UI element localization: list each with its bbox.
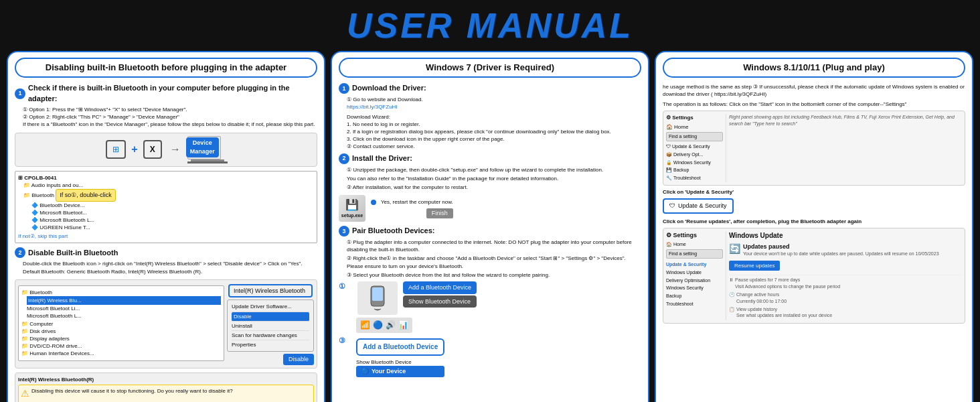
warning-icon: ⚠ bbox=[21, 387, 29, 401]
col1-section2-title: 2 Disable Built-in Bluetooth bbox=[15, 247, 317, 258]
menu-uninstall: Uninstall bbox=[232, 322, 309, 331]
update-security-sidebar-item: Update & Security bbox=[666, 261, 723, 269]
step3-pair: ③ bbox=[339, 336, 352, 346]
pair-diagram-top: ① Add a Bluetooth Device Show Bluetooth … bbox=[339, 281, 641, 315]
pause-detail: Visit Advanced options to change the pau… bbox=[735, 283, 840, 290]
windows-key-icon: ⊞ bbox=[106, 140, 126, 159]
col1-step1: ① Option 1: Press the "⊞ Windows"+ "X" t… bbox=[15, 106, 317, 129]
page: USER MANUAL Disabling built-in Bluetooth… bbox=[0, 0, 980, 402]
context-menu-list: Update Driver Software... Disable Uninst… bbox=[227, 299, 314, 352]
step1a: ① Option 1: Press the "⊞ Windows"+ "X" t… bbox=[23, 106, 317, 113]
col2-dl-steps: ① Go to website and Download. https://bi… bbox=[339, 96, 641, 150]
win-update-panel: ⚙ Settings 🏠Home Find a setting Update &… bbox=[663, 228, 965, 324]
column-3: Windows 8.1/10/11 (Plug and play) he usa… bbox=[655, 51, 973, 402]
disable-button[interactable]: Disable bbox=[283, 354, 314, 365]
troubleshoot-sidebar-item: Troubleshoot bbox=[666, 300, 723, 308]
update-security-box: 🛡 Update & Security bbox=[663, 198, 965, 214]
computer-monitor: Device Manager bbox=[187, 136, 228, 163]
col2-install-steps: ① Unzipped the package, then double-clic… bbox=[339, 166, 641, 192]
radio-dot bbox=[371, 200, 376, 205]
history-icon: 📋 bbox=[729, 306, 735, 313]
col2-header: Windows 7 (Driver is Required) bbox=[339, 58, 641, 78]
col1-header: Disabling built-in Bluetooth before plug… bbox=[15, 58, 317, 78]
x-key-icon: X bbox=[143, 140, 162, 159]
add-bt-box-group: Add a Bluetooth Device Show Bluetooth De… bbox=[356, 336, 444, 377]
update-security-label: Click on 'Update & Security' bbox=[663, 188, 965, 196]
pair-num: 3 bbox=[339, 226, 349, 237]
pair-diagram-bottom: ③ Add a Bluetooth Device Show Bluetooth … bbox=[339, 336, 641, 377]
bt-icon-bar: 🔵 bbox=[361, 367, 369, 376]
resume-label: Click on 'Resume updates', after complet… bbox=[663, 218, 965, 225]
col2-section2-title: 2 Install the Driver: bbox=[339, 153, 641, 164]
page-title: USER MANUAL bbox=[7, 5, 973, 46]
setup-exe-icon: 💾 setup.exe bbox=[339, 195, 365, 222]
svg-rect-1 bbox=[372, 287, 383, 301]
bt-tree: 📁 Bluetooth Intel(R) Wireless Blu... Mic… bbox=[18, 285, 224, 361]
menu-disable: Disable bbox=[232, 312, 309, 322]
settings-panel-1: ⚙ Settings 🏠Home Find a setting 🛡Update … bbox=[663, 111, 965, 186]
highlight-double-click: If so①, double-click bbox=[56, 189, 116, 202]
shield-icon: 🛡 bbox=[669, 202, 675, 210]
your-device-bar: 🔵 Your Device bbox=[356, 366, 444, 377]
pause-icon: ⏸ bbox=[729, 277, 734, 283]
add-bt-button-top[interactable]: Add a Bluetooth Device bbox=[403, 281, 477, 294]
restart-info: Yes, restart the computer now. Finish bbox=[371, 198, 453, 218]
menu-update-driver: Update Driver Software... bbox=[232, 302, 309, 312]
step1b: ② Option 2: Right-click "This PC" > "Man… bbox=[23, 113, 317, 121]
backup-sidebar-item: Backup bbox=[666, 292, 723, 300]
taskbar-row: 📶 🔵 🔊 📊 bbox=[339, 318, 641, 333]
col3-operation: The operation is as follows: Click on th… bbox=[663, 100, 965, 108]
active-hours-label: Change active hours bbox=[736, 291, 787, 298]
settings-sidebar-1: ⚙ Settings 🏠Home Find a setting 🛡Update … bbox=[666, 114, 726, 182]
setup-row: 💾 setup.exe Yes, restart the computer no… bbox=[339, 195, 641, 222]
hand-device-icon bbox=[357, 281, 398, 315]
active-hours-detail: Currently 08:00 to 17:00 bbox=[736, 298, 787, 305]
finish-button[interactable]: Finish bbox=[426, 208, 453, 218]
dl-num: 1 bbox=[339, 83, 349, 94]
col2-pair-steps: ① Plug the adapter into a computer conne… bbox=[339, 239, 641, 279]
active-hours-icon: 🕐 bbox=[729, 291, 735, 298]
col3-intro: he usage method is the same as step ③ If… bbox=[663, 83, 965, 98]
plus-icon: + bbox=[131, 142, 137, 157]
volume-icon: 🔊 bbox=[386, 320, 396, 331]
updates-paused-label: Updates paused bbox=[743, 243, 939, 251]
win-update-sidebar-item: Windows Update bbox=[666, 269, 723, 277]
install-num: 2 bbox=[339, 153, 349, 164]
diagram1: ⊞ + X → Device Manager bbox=[15, 133, 317, 167]
intel-wireless-label: Intel(R) Wireless Bluetooth bbox=[228, 284, 313, 298]
col1-section1-title: 1 Check if there is built-in Bluetooth i… bbox=[15, 83, 317, 104]
pause-label: Pause updates for 7 more days bbox=[735, 277, 840, 283]
col3-header: Windows 8.1/10/11 (Plug and play) bbox=[663, 58, 965, 78]
bluetooth-icon: 🔵 bbox=[373, 320, 383, 331]
popup-group-top: Add a Bluetooth Device Show Bluetooth De… bbox=[403, 281, 477, 308]
device-manager-btn: Device Manager bbox=[186, 137, 219, 157]
col1-section2-text: Double-click the Bluetooth icon > right-… bbox=[15, 260, 317, 275]
column-1: Disabling built-in Bluetooth before plug… bbox=[7, 51, 325, 402]
update-history-detail: See what updates are installed on your d… bbox=[736, 312, 832, 319]
col2-section3-title: 3 Pair Bluetooth Devices: bbox=[339, 226, 641, 237]
menu-properties: Properties bbox=[232, 340, 309, 349]
col2-section1-title: 1 Download the Driver: bbox=[339, 83, 641, 94]
columns-container: Disabling built-in Bluetooth before plug… bbox=[7, 51, 973, 402]
context-menu: Intel(R) Wireless Bluetooth Update Drive… bbox=[227, 283, 314, 365]
update-history-label: View update history bbox=[736, 306, 832, 313]
step1c: If there is a "Bluetooth" icon in the "D… bbox=[23, 121, 317, 128]
menu-scan: Scan for hardware changes bbox=[232, 331, 309, 340]
resume-updates-button[interactable]: Resume updates bbox=[729, 261, 780, 271]
arrow1: → bbox=[170, 142, 181, 157]
win-update-sidebar: ⚙ Settings 🏠Home Find a setting Update &… bbox=[666, 231, 726, 320]
warning-content: ⚠ Disabling this device will cause it to… bbox=[18, 385, 314, 402]
column-2: Windows 7 (Driver is Required) 1 Downloa… bbox=[331, 51, 649, 402]
show-bt-button-top: Show Bluetooth Device bbox=[403, 295, 477, 308]
signal-icon: 📊 bbox=[398, 320, 408, 331]
step1-pair: ① bbox=[339, 281, 352, 291]
updates-paused-detail: Your device won't be up to date while up… bbox=[743, 251, 939, 257]
taskbar-icons: 📶 🔵 🔊 📊 bbox=[356, 318, 412, 333]
wifi-icon: 📶 bbox=[360, 320, 370, 331]
win-update-main: Windows Update 🔄 Updates paused Your dev… bbox=[729, 231, 962, 320]
section2-num: 2 bbox=[15, 247, 25, 258]
tree-diagram: ⊞ CPGLB-0041 📁 Audio inputs and ou... 📁 … bbox=[15, 171, 317, 244]
win-update-title: Windows Update bbox=[729, 231, 962, 241]
add-bt-box: Add a Bluetooth Device bbox=[356, 338, 444, 356]
settings-main-1: Right panel showing apps list including … bbox=[729, 114, 962, 182]
